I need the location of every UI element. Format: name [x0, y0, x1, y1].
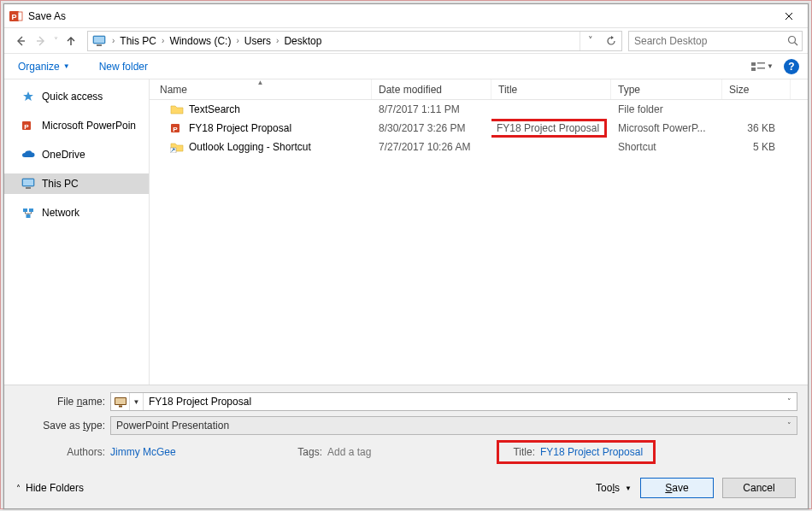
file-title: FY18 Project Proposal — [491, 119, 611, 138]
nav-label: OneDrive — [42, 149, 85, 161]
search-input[interactable] — [633, 34, 787, 48]
file-list: TextSearch 8/7/2017 1:11 PM File folder … — [150, 100, 808, 385]
svg-rect-18 — [26, 214, 31, 218]
chevron-right-icon: › — [109, 36, 118, 45]
nav-label: This PC — [42, 178, 79, 190]
breadcrumb-segment[interactable]: Windows (C:) — [168, 33, 232, 49]
svg-rect-15 — [26, 187, 31, 189]
savetype-label: Save as type: — [15, 420, 110, 432]
new-folder-button[interactable]: New folder — [94, 57, 153, 76]
title-label: Title: — [506, 446, 540, 458]
col-label: Size — [729, 84, 749, 96]
col-title[interactable]: Title — [491, 79, 611, 99]
col-label: Name — [160, 84, 187, 96]
svg-rect-9 — [751, 68, 756, 71]
powerpoint-icon: P — [21, 119, 35, 132]
address-dropdown-button[interactable]: ˅ — [580, 32, 601, 50]
svg-rect-23 — [115, 398, 126, 404]
nav-back-button[interactable] — [11, 32, 30, 50]
nav-arrows: ˅ — [11, 32, 80, 50]
nav-forward-button[interactable] — [32, 32, 50, 50]
svg-point-6 — [789, 37, 796, 44]
help-button[interactable]: ? — [784, 59, 799, 74]
save-button[interactable]: Save — [640, 478, 714, 498]
tools-menu[interactable]: Tools ▼ — [596, 482, 632, 494]
file-type: Shortcut — [611, 141, 722, 153]
nav-powerpoint[interactable]: P Microsoft PowerPoin — [4, 115, 149, 136]
network-icon — [21, 206, 35, 220]
file-row[interactable]: Outlook Logging - Shortcut 7/27/2017 10:… — [150, 138, 808, 156]
file-row[interactable]: P FY18 Project Proposal 8/30/2017 3:26 P… — [150, 119, 808, 138]
cancel-button[interactable]: Cancel — [722, 478, 796, 498]
tags-value[interactable]: Add a tag — [327, 446, 371, 458]
toolbar: Organize ▼ New folder ▼ ? — [4, 54, 808, 79]
col-size[interactable]: Size — [722, 79, 791, 99]
file-size: 36 KB — [722, 122, 791, 134]
file-date: 8/30/2017 3:26 PM — [372, 122, 491, 134]
new-folder-label: New folder — [99, 61, 148, 73]
address-bar-row: ˅ › This PC › Windows (C:) › Users › Des… — [4, 28, 808, 54]
file-date: 7/27/2017 10:26 AM — [372, 141, 491, 153]
file-date: 8/7/2017 1:11 PM — [372, 103, 491, 115]
authors-value[interactable]: Jimmy McGee — [110, 446, 176, 458]
filename-history-dropdown[interactable]: ˅ — [781, 397, 797, 406]
svg-rect-17 — [29, 209, 33, 212]
col-label: Type — [618, 84, 640, 96]
chevron-down-icon: ˅ — [787, 421, 791, 430]
breadcrumb-segment[interactable]: Desktop — [282, 33, 323, 49]
nav-quick-access[interactable]: Quick access — [4, 86, 149, 107]
filename-input[interactable] — [144, 396, 781, 408]
file-name: TextSearch — [189, 103, 240, 115]
svg-rect-4 — [94, 37, 104, 43]
star-icon — [21, 90, 35, 103]
svg-rect-5 — [97, 44, 102, 46]
chevron-down-icon: ▼ — [625, 485, 632, 492]
highlight-annotation: Title: FY18 Project Proposal — [497, 440, 656, 464]
filetype-dropdown[interactable]: ▼ — [130, 393, 144, 410]
col-label: Date modified — [379, 84, 442, 96]
powerpoint-file-icon: P — [170, 121, 184, 135]
search-icon — [787, 35, 798, 46]
breadcrumb-bar[interactable]: › This PC › Windows (C:) › Users › Deskt… — [87, 31, 622, 51]
svg-rect-16 — [23, 209, 27, 212]
file-row[interactable]: TextSearch 8/7/2017 1:11 PM File folder — [150, 100, 808, 119]
onedrive-icon — [21, 148, 35, 162]
save-as-dialog: P Save As ˅ › This PC › Win — [3, 3, 809, 509]
nav-onedrive[interactable]: OneDrive — [4, 144, 149, 165]
hide-folders-toggle[interactable]: ˄ Hide Folders — [16, 482, 84, 494]
save-form: File name: ▼ ˅ Save as type: PowerPoint … — [4, 385, 808, 473]
title-value[interactable]: FY18 Project Proposal — [540, 446, 643, 458]
col-name[interactable]: ▲ Name — [150, 79, 372, 99]
col-type[interactable]: Type — [611, 79, 722, 99]
breadcrumb-segment[interactable]: Users — [243, 33, 273, 49]
folder-icon — [170, 103, 184, 116]
savetype-value: PowerPoint Presentation — [116, 420, 229, 432]
view-options-button[interactable]: ▼ — [748, 57, 777, 76]
chevron-down-icon: ▼ — [63, 62, 70, 70]
nav-label: Microsoft PowerPoin — [42, 120, 136, 132]
hide-folders-label: Hide Folders — [26, 482, 84, 494]
navigation-pane: Quick access P Microsoft PowerPoin OneDr… — [4, 79, 150, 385]
refresh-button[interactable] — [601, 32, 621, 50]
filename-label: File name: — [15, 396, 110, 408]
chevron-right-icon: › — [158, 36, 168, 45]
organize-menu[interactable]: Organize ▼ — [13, 57, 75, 76]
window-title: Save As — [28, 10, 769, 22]
svg-rect-7 — [751, 62, 756, 66]
nav-label: Quick access — [42, 91, 103, 103]
nav-network[interactable]: Network — [4, 203, 149, 223]
breadcrumb-segment[interactable]: This PC — [118, 33, 158, 49]
col-date[interactable]: Date modified — [372, 79, 491, 99]
powerpoint-app-icon: P — [9, 9, 23, 23]
window-close-button[interactable] — [769, 4, 808, 28]
authors-label: Authors: — [15, 446, 110, 458]
search-box[interactable] — [628, 31, 803, 51]
filename-field[interactable]: ▼ ˅ — [110, 392, 797, 411]
col-label: Title — [498, 84, 517, 96]
nav-this-pc[interactable]: This PC — [4, 173, 149, 194]
svg-rect-14 — [23, 179, 33, 185]
titlebar: P Save As — [4, 4, 808, 28]
nav-recent-dropdown[interactable]: ˅ — [52, 36, 60, 45]
savetype-select[interactable]: PowerPoint Presentation ˅ — [110, 416, 797, 435]
nav-up-button[interactable] — [62, 32, 80, 50]
